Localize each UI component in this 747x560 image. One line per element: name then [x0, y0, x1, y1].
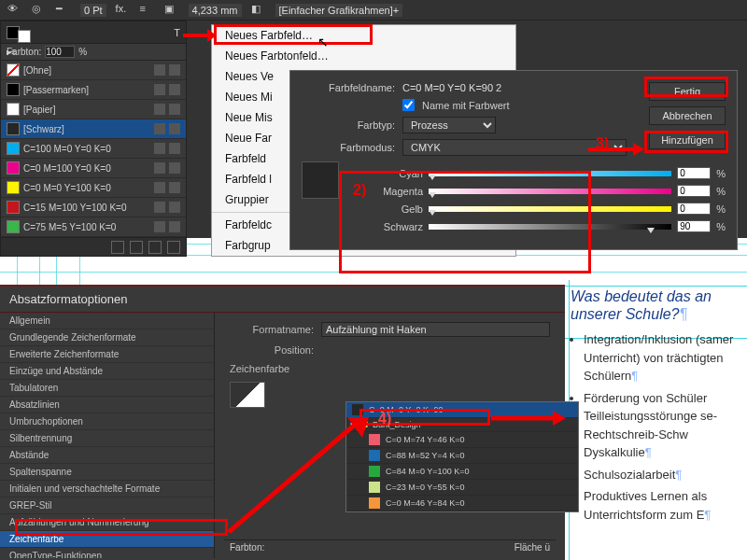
- context-menu-item[interactable]: Neues Farbfeld…: [212, 25, 515, 46]
- doc-bullet-item: Förderung von Schüler Teilleistungsstöru…: [584, 389, 741, 462]
- show-grid-view-icon[interactable]: [130, 241, 143, 254]
- tint-pct: %: [78, 47, 87, 57]
- new-swatch-dialog: Farbfeldname: C=0 M=0 Y=0 K=90 2 Name mi…: [289, 70, 738, 250]
- swatch-row[interactable]: [Ohne]: [1, 61, 186, 80]
- fx-icon[interactable]: fx.: [116, 3, 131, 18]
- swatch-row[interactable]: [Schwarz]: [1, 119, 186, 139]
- swatches-panel-footer: [1, 237, 186, 256]
- char-color-item[interactable]: C=84 M=0 Y=100 K=0: [346, 464, 578, 480]
- mouse-cursor-icon: ↖: [317, 35, 329, 49]
- swatch-row[interactable]: [Passermarken]: [1, 80, 186, 100]
- para-category-item[interactable]: Absatzlinien: [0, 397, 214, 413]
- swatch-row[interactable]: [Papier]: [1, 100, 186, 119]
- swatch-row[interactable]: C=15 M=100 Y=100 K=0: [1, 198, 186, 217]
- para-name-input[interactable]: [321, 322, 550, 337]
- yellow-value-input[interactable]: 0: [677, 203, 711, 215]
- dimension-field[interactable]: 4,233 mm: [189, 4, 242, 17]
- para-category-item[interactable]: Umbruchoptionen: [0, 413, 214, 430]
- para-category-item[interactable]: Erweiterte Zeichenformate: [0, 346, 214, 363]
- para-space-label: Fläche ü: [514, 542, 550, 553]
- new-swatch-icon[interactable]: [148, 241, 162, 254]
- paragraph-style-options-dialog: Absatzformatoptionen AllgemeinGrundlegen…: [0, 285, 565, 560]
- swatch-row[interactable]: C=0 M=0 Y=100 K=0: [1, 178, 186, 198]
- folder-triangle-icon: ▾: [350, 420, 355, 429]
- para-tint-label: Farbton:: [230, 542, 264, 553]
- black-slider[interactable]: [429, 224, 671, 230]
- char-color-preview[interactable]: [230, 382, 265, 408]
- char-color-item[interactable]: C=88 M=52 Y=4 K=0: [346, 448, 578, 464]
- para-category-list: AllgemeinGrundlegende ZeichenformateErwe…: [0, 313, 215, 558]
- magenta-slider[interactable]: [429, 189, 671, 194]
- para-category-item[interactable]: Abstände: [0, 447, 214, 464]
- para-dialog-right-pane: Formatname: Position: Zeichenfarbe C=0 M…: [215, 313, 565, 558]
- swatch-row[interactable]: C=0 M=100 Y=0 K=0: [1, 159, 186, 178]
- char-color-section-label: Zeichenfarbe: [230, 363, 550, 374]
- context-menu-item[interactable]: Neues Farbtonfeld…: [212, 46, 515, 66]
- swatch-row[interactable]: C=75 M=5 Y=100 K=0: [1, 217, 186, 237]
- stroke-color-proxy[interactable]: [18, 30, 31, 43]
- document-text-frame[interactable]: Was bedeutet das an unserer Schule?¶ Int…: [565, 280, 747, 560]
- black-value-input[interactable]: 90: [677, 220, 711, 232]
- folder-icon: 📁: [359, 420, 369, 429]
- show-list-view-icon[interactable]: [111, 241, 124, 254]
- name-with-value-label: Name mit Farbwert: [422, 100, 510, 111]
- para-category-item[interactable]: OpenType-Funktionen: [0, 548, 214, 558]
- doc-bullet-list: Integration/Inklusion (samer Unterricht)…: [565, 327, 747, 531]
- frame-opts-icon[interactable]: ◧: [251, 3, 266, 18]
- step-4-label: 4): [378, 411, 391, 427]
- para-category-item[interactable]: Silbentrennung: [0, 430, 214, 447]
- swatch-name-label: Farbfeldname:: [302, 82, 395, 93]
- text-fill-icon[interactable]: T: [174, 27, 180, 38]
- add-button[interactable]: Hinzufügen: [649, 131, 726, 149]
- swatches-panel: T Farbton: ▸ % ▸≡ [Ohne][Passermarken][P…: [0, 21, 187, 257]
- tint-input[interactable]: [45, 46, 75, 58]
- cyan-label: Cyan: [348, 168, 423, 179]
- color-mode-dropdown[interactable]: CMYK: [402, 139, 627, 156]
- wrap-icon[interactable]: ▣: [164, 3, 179, 18]
- doc-heading: Was bedeutet das an unserer Schule?¶: [565, 280, 747, 327]
- magenta-value-input[interactable]: 0: [677, 185, 711, 197]
- para-category-item[interactable]: Einzüge und Abstände: [0, 363, 214, 380]
- para-category-item[interactable]: GREP-Stil: [0, 497, 214, 514]
- delete-swatch-icon[interactable]: [167, 241, 180, 254]
- yellow-slider[interactable]: [429, 206, 671, 212]
- para-position-label: Position:: [230, 344, 314, 356]
- step-2-label: 2): [353, 182, 366, 199]
- align-left-icon[interactable]: ≡: [140, 3, 155, 18]
- doc-bullet-item: Integration/Inklusion (samer Unterricht)…: [584, 330, 741, 385]
- tint-label: Farbton:: [7, 47, 41, 57]
- para-category-item[interactable]: Zeichenfarbe: [0, 531, 214, 548]
- char-color-item[interactable]: C=0 M=46 Y=84 K=0: [346, 496, 578, 511]
- stroke-weight-field[interactable]: 0 Pt: [80, 4, 106, 17]
- para-dialog-title: Absatzformatoptionen: [0, 287, 565, 313]
- char-color-item[interactable]: C=0 M=74 Y=46 K=0: [346, 432, 578, 448]
- para-category-item[interactable]: Allgemein: [0, 313, 214, 329]
- swatches-panel-header: T: [1, 21, 186, 44]
- frame-type-dropdown[interactable]: [Einfacher Grafikrahmen]+: [275, 4, 403, 17]
- para-category-item[interactable]: Spaltenspanne: [0, 464, 214, 481]
- color-preview-box: [302, 161, 339, 199]
- eyedropper-icon[interactable]: 👁: [7, 3, 22, 18]
- para-category-item[interactable]: Aufzählungen und Nummerierung: [0, 514, 214, 531]
- color-type-label: Farbtyp:: [302, 119, 395, 131]
- para-name-label: Formatname:: [230, 324, 314, 335]
- cancel-button[interactable]: Abbrechen: [649, 106, 726, 125]
- name-with-value-checkbox[interactable]: [402, 99, 415, 111]
- para-category-item[interactable]: Tabulatoren: [0, 380, 214, 397]
- doc-bullet-item: Schulsozialarbeit¶: [584, 466, 741, 484]
- para-category-item[interactable]: Grundlegende Zeichenformate: [0, 329, 214, 346]
- tint-row: Farbton: ▸ % ▸≡: [1, 44, 186, 61]
- swatch-row[interactable]: C=100 M=0 Y=0 K=0: [1, 139, 186, 159]
- line-style-icon[interactable]: ━: [56, 3, 71, 18]
- cyan-value-input[interactable]: 0: [677, 167, 711, 179]
- done-button[interactable]: Fertig: [649, 82, 726, 101]
- doc-bullet-item: Produktives Lernen als Unterrichtsform z…: [584, 487, 741, 524]
- app-top-toolbar: 👁 ◎ ━ 0 Pt fx. ≡ ▣ 4,233 mm ◧ [Einfacher…: [0, 0, 747, 21]
- target-icon[interactable]: ◎: [32, 3, 47, 18]
- cyan-slider[interactable]: [429, 171, 671, 176]
- color-mode-label: Farbmodus:: [302, 142, 395, 153]
- para-category-item[interactable]: Initialen und verschachtelte Formate: [0, 481, 214, 497]
- color-type-dropdown[interactable]: Prozess: [402, 117, 496, 133]
- swatch-name-value: C=0 M=0 Y=0 K=90 2: [402, 82, 501, 93]
- char-color-item[interactable]: C=23 M=0 Y=55 K=0: [346, 480, 578, 496]
